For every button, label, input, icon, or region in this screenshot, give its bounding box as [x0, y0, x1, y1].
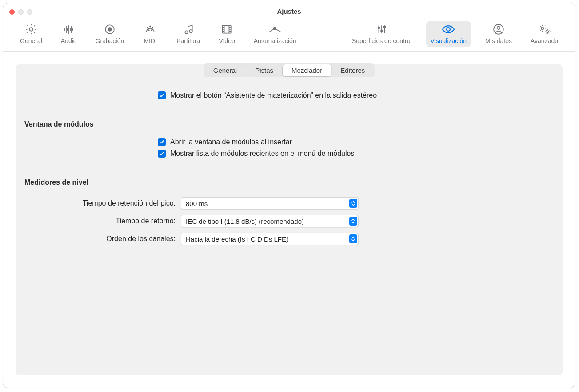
subtab-mixer[interactable]: Mezclador [283, 64, 331, 76]
toolbar-label: Automatización [254, 37, 296, 44]
form-row-return-time: Tiempo de retorno: IEC de tipo I (11,8 d… [24, 212, 554, 230]
chevron-updown-icon [349, 234, 357, 243]
minimize-button[interactable] [18, 9, 24, 15]
toolbar-item-audio[interactable]: Audio [56, 21, 81, 47]
svg-point-17 [497, 26, 500, 29]
toolbar-item-control-surfaces[interactable]: Superficies de control [347, 21, 416, 47]
chevron-updown-icon [349, 217, 357, 226]
segmented-control: General Pistas Mezclador Editores [204, 63, 375, 77]
automation-icon [268, 23, 283, 36]
toolbar-item-midi[interactable]: MIDI [138, 21, 162, 47]
content-area: General Pistas Mezclador Editores Mostra… [3, 52, 575, 388]
svg-point-9 [189, 30, 192, 33]
form-row-peak-hold: Tiempo de retención del pico: 800 ms [24, 194, 554, 212]
svg-point-15 [447, 28, 450, 31]
svg-point-0 [29, 28, 32, 31]
sliders-icon [374, 23, 389, 36]
close-button[interactable] [9, 9, 15, 15]
toolbar-item-my-info[interactable]: Mis datos [481, 21, 516, 47]
gear-icon [24, 23, 39, 36]
meters-options-block: Tiempo de retención del pico: 800 ms Tie… [16, 190, 563, 256]
label-peak-hold: Tiempo de retención del pico: [24, 199, 176, 207]
section-title-modules: Ventana de módulos [16, 115, 563, 132]
checkbox-open-plugin[interactable] [158, 138, 166, 146]
svg-point-12 [378, 27, 380, 29]
toolbar-item-display[interactable]: Visualización [426, 21, 471, 47]
chevron-updown-icon [349, 199, 357, 208]
toolbar-item-general[interactable]: General [16, 21, 47, 47]
svg-point-5 [152, 28, 153, 28]
toolbar-label: MIDI [144, 37, 157, 44]
film-icon [219, 23, 234, 36]
toolbar-item-recording[interactable]: Grabación [91, 21, 129, 47]
toolbar-label: Grabación [96, 37, 124, 44]
label-return-time: Tiempo de retorno: [24, 217, 176, 225]
svg-point-6 [148, 30, 149, 31]
checkbox-label: Mostrar el botón “Asistente de masteriza… [170, 91, 377, 99]
checkbox-label: Abrir la ventana de módulos al insertar [170, 138, 292, 146]
svg-point-2 [108, 28, 112, 31]
toolbar-label: Superficies de control [352, 37, 412, 44]
popup-return-time[interactable]: IEC de tipo I (11,8 dB/s) (recomendado) [181, 215, 359, 227]
svg-point-7 [151, 30, 152, 31]
toolbar-label: General [20, 37, 42, 44]
form-row-channel-order: Orden de los canales: Hacia la derecha (… [24, 230, 554, 248]
subtab-editors[interactable]: Editores [331, 64, 374, 76]
toolbar-label: Visualización [431, 37, 467, 44]
subtab-general[interactable]: General [204, 64, 246, 76]
waveform-icon [61, 23, 76, 36]
gears-icon [537, 23, 552, 36]
record-icon [102, 23, 117, 36]
top-options-block: Mostrar el botón “Asistente de masteriza… [16, 85, 563, 109]
window-title: Ajustes [277, 8, 301, 15]
toolbar-right: Superficies de control Visualización Mis… [347, 21, 563, 47]
person-icon [491, 23, 506, 36]
music-note-icon [181, 23, 196, 36]
checkbox-recent-list[interactable] [158, 150, 166, 158]
panel: General Pistas Mezclador Editores Mostra… [16, 64, 563, 375]
popup-peak-hold[interactable]: 800 ms [181, 197, 359, 210]
toolbar-label: Mis datos [485, 37, 512, 44]
divider [24, 112, 554, 112]
divider [24, 170, 554, 170]
popup-channel-order[interactable]: Hacia la derecha (Is I C D Ds LFE) [181, 233, 359, 245]
svg-point-13 [381, 30, 383, 32]
toolbar-label: Avanzado [531, 37, 558, 44]
popup-value: 800 ms [186, 200, 208, 207]
toolbar-item-advanced[interactable]: Avanzado [526, 21, 563, 47]
midi-icon [143, 23, 158, 36]
svg-point-18 [541, 27, 544, 30]
svg-point-14 [384, 26, 386, 28]
subtab-tracks[interactable]: Pistas [246, 64, 283, 76]
svg-point-4 [148, 28, 148, 28]
svg-point-3 [150, 26, 151, 27]
toolbar-label: Vídeo [219, 37, 235, 44]
toolbar-item-score[interactable]: Partitura [172, 21, 204, 47]
svg-point-8 [185, 31, 188, 34]
toolbar-label: Partitura [176, 37, 200, 44]
segmented-control-wrap: General Pistas Mezclador Editores [16, 64, 563, 85]
toolbar-item-automation[interactable]: Automatización [249, 21, 301, 47]
toolbar-label: Audio [61, 37, 77, 44]
popup-value: IEC de tipo I (11,8 dB/s) (recomendado) [186, 218, 304, 225]
checkbox-row-mastering: Mostrar el botón “Asistente de masteriza… [24, 90, 554, 101]
toolbar-left: General Audio Grabación MIDI [16, 21, 300, 47]
popup-value: Hacia la derecha (Is I C D Ds LFE) [186, 235, 288, 243]
label-channel-order: Orden de los canales: [24, 235, 176, 243]
maximize-button[interactable] [27, 9, 32, 15]
titlebar: Ajustes [3, 3, 575, 20]
checkbox-row-recent-list: Mostrar lista de módulos recientes en el… [24, 148, 554, 159]
eye-icon [441, 23, 456, 36]
traffic-lights [9, 9, 32, 15]
checkbox-row-open-plugin: Abrir la ventana de módulos al insertar [24, 136, 554, 148]
section-title-meters: Medidores de nivel [16, 173, 563, 190]
toolbar-item-video[interactable]: Vídeo [214, 21, 240, 47]
svg-point-19 [547, 31, 548, 32]
checkbox-mastering[interactable] [158, 91, 166, 99]
settings-window: Ajustes General Audio Grabación [3, 3, 575, 388]
toolbar: General Audio Grabación MIDI [3, 20, 575, 52]
checkbox-label: Mostrar lista de módulos recientes en el… [170, 150, 354, 158]
modules-options-block: Abrir la ventana de módulos al insertar … [16, 132, 563, 167]
